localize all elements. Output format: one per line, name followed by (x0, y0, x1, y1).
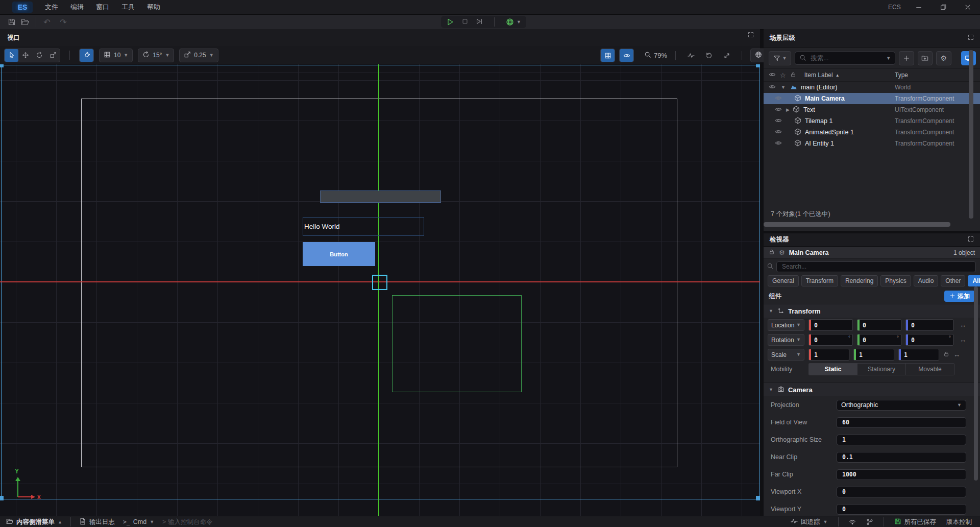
rotate-snap-dropdown[interactable]: 15°▼ (138, 49, 174, 62)
open-folder-button[interactable] (18, 16, 32, 28)
inspector-vertical-scrollbar[interactable] (974, 286, 978, 481)
grid-visibility-toggle[interactable] (601, 49, 615, 62)
hierarchy-row-ai-entity[interactable]: AI Entity 1 TransformComponent (764, 138, 980, 149)
scale-lock-icon[interactable] (943, 351, 949, 358)
source-control-branch-icon[interactable] (862, 516, 877, 527)
link-icon[interactable]: ↔ (953, 351, 960, 358)
stop-button[interactable] (461, 18, 469, 27)
viewport-x-field[interactable]: 0 (837, 487, 966, 497)
ortho-size-field[interactable]: 1 (837, 435, 966, 445)
hierarchy-filter-button[interactable]: ▼ (769, 51, 791, 65)
mobility-static-button[interactable]: Static (809, 364, 857, 375)
grid-snap-dropdown[interactable]: 10▼ (99, 49, 133, 62)
camera-section-header[interactable]: ▼ Camera (764, 382, 980, 396)
transform-section-header[interactable]: ▼ Transform (764, 304, 980, 318)
far-clip-field[interactable]: 1000 (837, 469, 966, 480)
tab-general[interactable]: General (768, 275, 799, 286)
favorite-column-icon[interactable]: ☆ (780, 71, 786, 79)
visibility-eye-icon[interactable] (775, 117, 782, 126)
content-drawer-button[interactable]: 内容侧滑菜单 ▼ (2, 516, 66, 527)
tab-all[interactable]: All (968, 275, 980, 286)
link-icon[interactable]: ↔ (960, 336, 966, 344)
gear-icon[interactable]: ⚙ (779, 249, 785, 256)
visibility-eye-icon[interactable] (775, 128, 782, 137)
maximize-button[interactable] (936, 1, 951, 13)
chevron-right-icon[interactable]: ▶ (786, 108, 790, 112)
near-clip-field[interactable]: 0.1 (837, 452, 966, 463)
traceback-dropdown[interactable]: 回追踪 ▼ (787, 516, 831, 527)
hierarchy-settings-button[interactable]: ⚙ (936, 51, 951, 65)
hierarchy-search-box[interactable]: ▼ (795, 52, 895, 65)
scene-green-rect[interactable] (392, 295, 522, 392)
save-status[interactable]: 所有已保存 (890, 516, 941, 527)
version-control-button[interactable]: 版本控制 (942, 516, 976, 527)
minimize-button[interactable] (911, 1, 926, 13)
move-tool-button[interactable] (18, 49, 32, 62)
selection-handle[interactable] (756, 64, 760, 67)
scene-button-element[interactable]: Button (303, 242, 375, 266)
app-logo[interactable]: ES (12, 2, 33, 13)
hierarchy-expand-icon[interactable] (968, 34, 974, 42)
hierarchy-search-input[interactable] (810, 54, 883, 62)
visibility-eye-icon[interactable] (775, 139, 782, 148)
select-tool-button[interactable] (5, 49, 18, 62)
tab-other[interactable]: Other (941, 275, 965, 286)
menu-edit[interactable]: 编辑 (64, 0, 90, 14)
tab-transform[interactable]: Transform (801, 275, 838, 286)
rotation-x-field[interactable]: 0 ° (808, 334, 853, 346)
rotation-mode-dropdown[interactable]: Rotation▼ (768, 334, 804, 346)
chevron-down-icon[interactable]: ▼ (781, 85, 786, 90)
scale-snap-dropdown[interactable]: 0.25▼ (179, 49, 218, 62)
location-mode-dropdown[interactable]: Location▼ (768, 319, 804, 331)
tab-audio[interactable]: Audio (914, 275, 939, 286)
reset-view-button[interactable] (702, 49, 716, 62)
save-button[interactable] (5, 16, 18, 28)
add-component-button[interactable]: 添加 (944, 291, 975, 302)
mobility-stationary-button[interactable]: Stationary (857, 364, 906, 375)
visibility-eye-icon[interactable] (775, 106, 782, 114)
gizmo-visibility-toggle[interactable] (620, 49, 633, 62)
redo-button[interactable]: ↷ (57, 16, 70, 28)
scene-panel-rect[interactable] (320, 190, 441, 203)
scale-x-field[interactable]: 1 (808, 349, 849, 361)
menu-window[interactable]: 窗口 (90, 0, 115, 14)
console-command-input[interactable]: > 输入控制台命令 (158, 516, 216, 527)
hierarchy-row-main[interactable]: ▼ main (Editor) World (764, 82, 980, 93)
visibility-eye-icon[interactable] (775, 94, 782, 103)
column-item-label[interactable]: Item Label (804, 71, 833, 79)
link-icon[interactable]: ↔ (960, 321, 966, 329)
location-y-field[interactable]: 0 (857, 319, 901, 331)
location-z-field[interactable]: 0 (905, 319, 953, 331)
hierarchy-row-tilemap[interactable]: Tilemap 1 TransformComponent (764, 115, 980, 127)
viewport-expand-icon[interactable] (748, 32, 754, 39)
location-x-field[interactable]: 0 (808, 319, 853, 331)
rotation-z-field[interactable]: 0 ° (905, 334, 953, 346)
projection-dropdown[interactable]: Orthographic ▼ (837, 400, 966, 411)
step-button[interactable] (476, 18, 483, 27)
scale-mode-dropdown[interactable]: Scale▼ (768, 349, 804, 361)
tab-physics[interactable]: Physics (880, 275, 911, 286)
hierarchy-row-text[interactable]: ▶ Text UITextComponent (764, 104, 980, 115)
menu-tools[interactable]: 工具 (115, 0, 141, 14)
selection-handle[interactable] (0, 64, 4, 67)
output-log-button[interactable]: 输出日志 (75, 516, 119, 527)
lock-column-icon[interactable] (790, 71, 796, 79)
scene-text-element[interactable]: Hello World (303, 217, 424, 236)
hierarchy-add-folder-button[interactable] (918, 51, 933, 65)
fov-field[interactable]: 60 (837, 417, 966, 428)
inspector-search-box[interactable] (776, 261, 976, 272)
snap-toggle-button[interactable] (80, 49, 93, 62)
play-button[interactable] (446, 18, 454, 27)
inspector-expand-icon[interactable] (968, 236, 974, 244)
hierarchy-vertical-scrollbar[interactable] (969, 50, 973, 219)
scale-z-field[interactable]: 1 (898, 349, 939, 361)
mobility-movable-button[interactable]: Movable (906, 364, 954, 375)
hierarchy-row-animatedsprite[interactable]: AnimatedSprite 1 TransformComponent (764, 127, 980, 138)
hierarchy-add-button[interactable] (899, 51, 914, 65)
rotation-y-field[interactable]: 0 ° (857, 334, 901, 346)
lock-icon[interactable] (769, 249, 775, 256)
menu-help[interactable]: 帮助 (141, 0, 166, 14)
cmd-dropdown[interactable]: >_ Cmd ▼ (119, 516, 158, 527)
stats-button[interactable] (684, 49, 698, 62)
rotate-tool-button[interactable] (32, 49, 46, 62)
